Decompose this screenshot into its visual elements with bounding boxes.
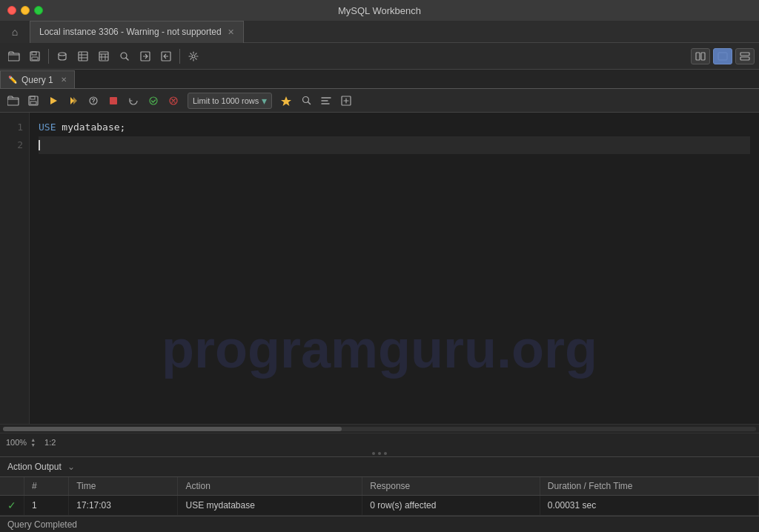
schema-button[interactable]	[53, 47, 72, 66]
row-action: USE mydatabase	[178, 496, 362, 516]
scrollbar-track[interactable]	[3, 427, 756, 431]
minimize-button[interactable]	[21, 6, 30, 15]
save-sql-button[interactable]	[24, 92, 42, 110]
status-bar: 100% ▲ ▼ 1:2	[0, 433, 759, 450]
svg-marker-28	[281, 96, 291, 106]
svg-rect-3	[32, 57, 38, 60]
zoom-up-arrow[interactable]: ▲	[30, 437, 36, 442]
main-toolbar	[0, 43, 759, 70]
sql-toolbar: Limit to 1000 rows ▾	[0, 89, 759, 113]
refresh-button[interactable]	[125, 92, 142, 110]
bookmark-button[interactable]	[277, 92, 295, 110]
status-text: Query Completed	[7, 519, 77, 530]
resize-dot	[378, 452, 381, 455]
open-button[interactable]	[4, 47, 24, 66]
resize-dots	[372, 452, 387, 455]
toolbar-separator	[48, 49, 49, 64]
svg-rect-25	[110, 97, 117, 104]
action-output-header: Action Output ⌄	[0, 456, 759, 477]
zoom-control[interactable]: 100% ▲ ▼	[6, 437, 36, 448]
row-number: 1	[24, 496, 69, 516]
tables-button[interactable]	[73, 47, 93, 66]
table-row[interactable]: ✓ 1 17:17:03 USE mydatabase 0 row(s) aff…	[0, 496, 759, 516]
svg-point-24	[93, 102, 93, 103]
export-button[interactable]	[156, 47, 176, 66]
query-tab-1[interactable]: ✏️ Query 1 ✕	[0, 70, 75, 88]
svg-rect-19	[30, 102, 36, 104]
view-controls	[691, 48, 755, 64]
svg-rect-13	[718, 53, 727, 60]
th-checkbox	[0, 477, 24, 496]
close-query-tab-icon[interactable]: ✕	[61, 76, 67, 84]
resize-handle[interactable]	[0, 450, 759, 456]
limit-label: Limit to 1000 rows	[193, 96, 259, 105]
query-tabs: ✏️ Query 1 ✕	[0, 70, 759, 89]
row-check: ✓	[0, 496, 24, 516]
action-output: Action Output ⌄ # Time Action Response D…	[0, 456, 759, 516]
close-tab-icon[interactable]: ✕	[228, 27, 234, 37]
expand-icon[interactable]: ⌄	[67, 462, 75, 472]
maximize-button[interactable]	[34, 6, 43, 15]
inspector-button[interactable]	[115, 47, 134, 66]
traffic-lights	[7, 6, 43, 15]
editor-area[interactable]: 1 2 USE mydatabase; programguru.org	[0, 113, 759, 424]
bottom-status: Query Completed	[0, 516, 759, 532]
horizontal-scrollbar[interactable]	[0, 424, 759, 433]
format-button[interactable]	[317, 92, 335, 110]
svg-rect-5	[79, 52, 87, 61]
svg-marker-22	[73, 97, 77, 104]
stop-button[interactable]	[105, 92, 122, 110]
settings-button[interactable]	[184, 47, 203, 66]
resize-dot	[372, 452, 375, 455]
th-action: Action	[178, 477, 362, 496]
row-time: 17:17:03	[69, 496, 178, 516]
svg-point-26	[150, 97, 157, 104]
svg-marker-20	[50, 97, 57, 104]
toolbar-separator-2	[179, 49, 180, 64]
open-sql-button[interactable]	[4, 92, 22, 110]
zoom-value: 100%	[6, 438, 27, 447]
check-button[interactable]	[145, 92, 162, 110]
close-button[interactable]	[7, 6, 16, 15]
code-editor[interactable]: USE mydatabase;	[30, 113, 759, 424]
execute-button[interactable]	[44, 92, 62, 110]
import-button[interactable]	[136, 47, 155, 66]
home-button[interactable]: ⌂	[0, 21, 30, 43]
code-line-1: USE mydatabase;	[39, 119, 750, 136]
output-table: # Time Action Response Duration / Fetch …	[0, 477, 759, 516]
zoom-down-arrow[interactable]: ▼	[30, 442, 36, 448]
code-line-2	[39, 136, 750, 154]
svg-point-10	[192, 55, 195, 58]
save-result-button[interactable]	[337, 92, 355, 110]
th-response: Response	[362, 477, 540, 496]
scrollbar-thumb[interactable]	[3, 427, 342, 431]
th-duration: Duration / Fetch Time	[540, 477, 758, 496]
title-bar: MySQL Workbench	[0, 0, 759, 21]
keyword-use: USE	[39, 119, 56, 136]
action-output-title: Action Output	[7, 462, 62, 472]
connection-tab[interactable]: Local instance 3306 - Warning - not supp…	[30, 21, 244, 43]
query-tab-icon: ✏️	[8, 76, 17, 84]
search-sql-button[interactable]	[297, 92, 315, 110]
resize-dot	[384, 452, 387, 455]
columns-button[interactable]	[94, 47, 113, 66]
app-title: MySQL Workbench	[338, 5, 421, 16]
svg-rect-6	[99, 52, 108, 61]
cursor-position: 1:2	[44, 438, 56, 447]
svg-rect-18	[30, 96, 35, 99]
svg-point-4	[59, 53, 66, 56]
svg-rect-14	[740, 53, 749, 56]
full-view-button[interactable]	[713, 48, 732, 64]
limit-select[interactable]: Limit to 1000 rows ▾	[188, 93, 272, 109]
th-time: Time	[69, 477, 178, 496]
identifier-mydatabase: mydatabase;	[62, 119, 125, 136]
row-duration: 0.00031 sec	[540, 496, 758, 516]
line-numbers: 1 2	[0, 113, 30, 424]
save-button[interactable]	[25, 47, 44, 66]
explain-button[interactable]	[84, 92, 102, 110]
cancel-button[interactable]	[165, 92, 182, 110]
panel-view-button[interactable]	[691, 48, 710, 64]
execute-selection-button[interactable]	[64, 92, 82, 110]
split-view-button[interactable]	[735, 48, 755, 64]
svg-rect-15	[740, 57, 749, 60]
